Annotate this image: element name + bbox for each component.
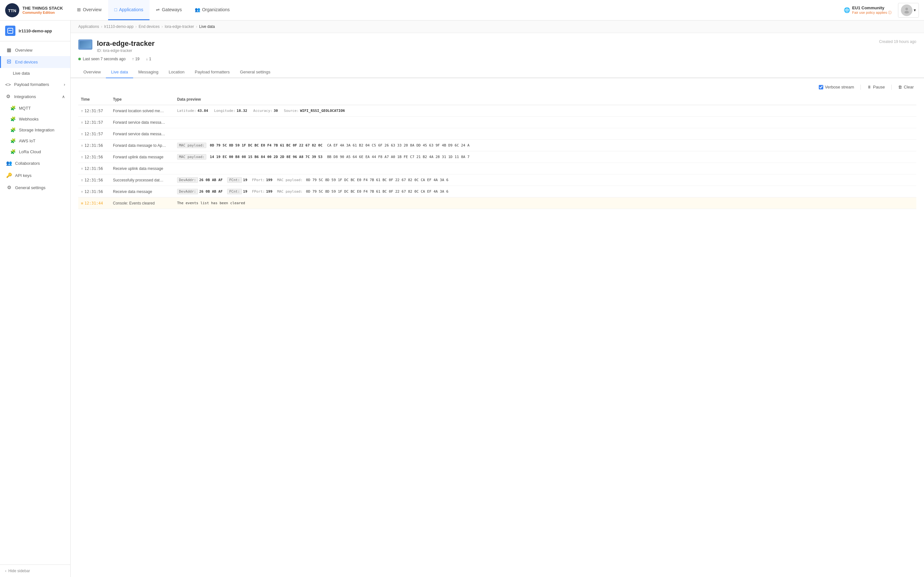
cell-time-5: ↑12:31:56 <box>78 153 110 161</box>
table-row[interactable]: ↑12:31:57 Forward location solved me… La… <box>78 105 916 117</box>
sidebar-item-webhooks[interactable]: 🧩 Webhooks <box>5 113 70 124</box>
sidebar-item-collaborators[interactable]: 👥 Collaborators <box>0 157 70 169</box>
cell-data-4: MAC payload: 0D 79 5C 8D 59 1F DC BC E0 … <box>174 141 916 150</box>
cell-data-9: The events list has been cleared <box>174 199 916 207</box>
up-arrow-5: ↑ <box>81 155 83 159</box>
cell-time-1: ↑12:31:57 <box>78 107 110 115</box>
tab-live-data[interactable]: Live data <box>106 66 133 78</box>
downlink-count: ↓ 1 <box>146 57 152 61</box>
uplink-count: ↑ 19 <box>132 57 139 61</box>
down-arrow-icon: ↓ <box>146 57 148 61</box>
sidebar-overview-label: Overview <box>15 48 32 53</box>
top-nav-right: 🌐 EU1 Community Fair use policy applies … <box>844 3 919 18</box>
table-row[interactable]: ↑12:31:57 Forward service data messa… <box>78 128 916 140</box>
payload-formatters-icon: <> <box>5 82 11 87</box>
cell-time-4: ↑12:31:56 <box>78 141 110 150</box>
sidebar-item-integrations[interactable]: ⚙ Integrations ∧ <box>0 90 70 103</box>
lora-cloud-icon: 🧩 <box>10 149 16 154</box>
sidebar-item-storage[interactable]: 🧩 Storage Integration <box>5 124 70 135</box>
breadcrumb-applications[interactable]: Applications <box>78 24 99 29</box>
end-devices-icon <box>6 59 12 65</box>
breadcrumb-device[interactable]: lora-edge-tracker <box>165 24 194 29</box>
overview-label: Overview <box>83 7 102 12</box>
pause-button[interactable]: ⏸ Pause <box>865 83 887 91</box>
nav-item-organizations[interactable]: 👥 Organizations <box>188 0 236 20</box>
device-id: ID: lora-edge-tracker <box>97 48 875 53</box>
tab-overview[interactable]: Overview <box>78 66 106 78</box>
overview-sidebar-icon: ▦ <box>6 47 12 53</box>
breadcrumb-current: Live data <box>199 24 215 29</box>
nav-item-applications[interactable]: □ Applications <box>108 0 150 20</box>
sidebar-item-api-keys[interactable]: 🔑 API keys <box>0 169 70 181</box>
sidebar-item-mqtt[interactable]: 🧩 MQTT <box>5 103 70 113</box>
table-row[interactable]: ↑12:31:57 Forward service data messa… <box>78 117 916 128</box>
lora-cloud-label: LoRa Cloud <box>19 149 41 154</box>
fair-use-label: Fair use policy applies ⓘ <box>852 10 892 15</box>
sidebar-item-payload-formatters[interactable]: <> Payload formatters › <box>0 79 70 90</box>
sidebar-app-name: lr1110-demo-app <box>19 29 52 33</box>
verbose-stream-toggle[interactable]: Verbose stream <box>816 83 857 91</box>
device-tabs: Overview Live data Messaging Location Pa… <box>71 66 924 78</box>
breadcrumb-app[interactable]: lr1110-demo-app <box>104 24 134 29</box>
tab-general-settings[interactable]: General settings <box>235 66 276 78</box>
user-avatar <box>901 5 913 16</box>
table-row[interactable]: ↑12:31:56 Receive uplink data message <box>78 163 916 174</box>
table-row-cleared[interactable]: ≡12:31:44 Console: Events cleared The ev… <box>78 197 916 209</box>
breadcrumb: Applications › lr1110-demo-app › End dev… <box>71 21 924 33</box>
sidebar-item-lora-cloud[interactable]: 🧩 LoRa Cloud <box>5 146 70 157</box>
nav-item-overview[interactable]: ⊞ Overview <box>71 0 108 20</box>
sidebar-item-overview[interactable]: ▦ Overview <box>0 44 70 56</box>
integrations-submenu: 🧩 MQTT 🧩 Webhooks 🧩 Storage Integration … <box>0 103 70 157</box>
hide-sidebar-label: Hide sidebar <box>8 569 30 573</box>
cell-type-5: Forward uplink data message <box>110 153 174 161</box>
table-row[interactable]: ↑12:31:56 Forward data message to Ap… MA… <box>78 140 916 151</box>
pause-label: Pause <box>873 85 885 89</box>
up-arrow-3: ↑ <box>81 132 83 136</box>
cell-type-4: Forward data message to Ap… <box>110 141 174 150</box>
cell-data-6 <box>174 167 916 171</box>
top-navigation: TTN THE THINGS STACK Community Edition ⊞… <box>0 0 924 21</box>
sidebar-item-live-data[interactable]: Live data <box>0 68 70 79</box>
dropdown-arrow-icon: ▾ <box>914 8 916 13</box>
svg-point-2 <box>905 8 908 10</box>
general-settings-icon: ⚙ <box>6 185 12 190</box>
clear-icon: 🗑 <box>898 85 902 89</box>
cell-data-1: Latitude:43.84 Longitude:18.32 Accuracy:… <box>174 107 916 115</box>
main-layout: lr1110-demo-app ▦ Overview End devices L… <box>0 21 924 577</box>
sidebar-footer: ‹ Hide sidebar <box>0 564 70 577</box>
user-dropdown[interactable]: ▾ <box>898 3 919 18</box>
gateways-icon: ⇌ <box>156 7 160 12</box>
hide-sidebar-button[interactable]: ‹ Hide sidebar <box>5 569 65 573</box>
region-name: EU1 Community <box>852 5 884 10</box>
breadcrumb-end-devices[interactable]: End devices <box>139 24 160 29</box>
integrations-left: ⚙ Integrations <box>5 93 36 99</box>
svg-text:TTN: TTN <box>8 8 16 13</box>
stack-title: THE THINGS STACK <box>23 6 63 11</box>
clear-button[interactable]: 🗑 Clear <box>895 83 916 91</box>
sidebar-item-end-devices[interactable]: End devices <box>0 56 70 68</box>
region-info: 🌐 EU1 Community Fair use policy applies … <box>844 5 892 15</box>
tab-payload-formatters[interactable]: Payload formatters <box>190 66 235 78</box>
tab-messaging[interactable]: Messaging <box>133 66 164 78</box>
region-details: EU1 Community Fair use policy applies ⓘ <box>852 5 892 15</box>
table-header: Time Type Data preview <box>78 94 916 105</box>
verbose-checkbox[interactable] <box>819 85 823 89</box>
table-row[interactable]: ↑12:31:56 Forward uplink data message MA… <box>78 151 916 163</box>
sidebar-item-aws-iot[interactable]: 🧩 AWS IoT <box>5 135 70 146</box>
up-arrow-7: ↑ <box>81 178 83 182</box>
logo-area: TTN THE THINGS STACK Community Edition <box>5 3 63 17</box>
table-row[interactable]: ↑12:31:56 Successfully processed dat… De… <box>78 174 916 186</box>
device-name-block: lora-edge-tracker ID: lora-edge-tracker <box>97 39 875 53</box>
aws-label: AWS IoT <box>19 139 36 143</box>
cell-type-9: Console: Events cleared <box>110 199 174 207</box>
sidebar-payload-label: Payload formatters <box>14 82 49 87</box>
cell-time-3: ↑12:31:57 <box>78 130 110 138</box>
payload-formatters-left: <> Payload formatters <box>5 82 49 87</box>
breadcrumb-sep-2: › <box>136 24 137 29</box>
table-row[interactable]: ↑12:31:56 Receive data message DevAddr:2… <box>78 186 916 197</box>
nav-item-gateways[interactable]: ⇌ Gateways <box>150 0 188 20</box>
up-arrow-6: ↑ <box>81 166 83 171</box>
sidebar-item-general-settings[interactable]: ⚙ General settings <box>0 181 70 193</box>
pause-icon: ⏸ <box>867 85 871 89</box>
tab-location[interactable]: Location <box>164 66 190 78</box>
